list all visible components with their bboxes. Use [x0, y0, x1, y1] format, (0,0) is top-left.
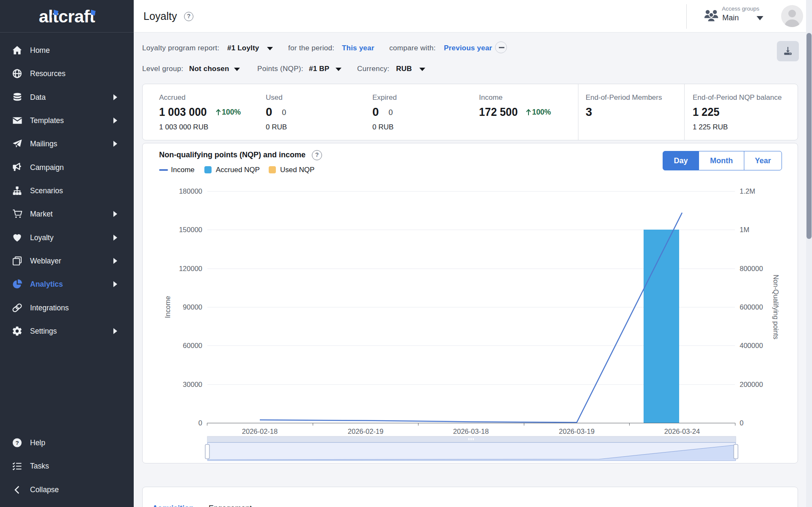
svg-text:1.2M: 1.2M	[740, 187, 755, 195]
svg-text:2026-03-18: 2026-03-18	[453, 428, 489, 435]
svg-text:400000: 400000	[740, 342, 763, 349]
svg-text:60000: 60000	[183, 342, 202, 349]
svg-text:90000: 90000	[183, 303, 202, 311]
svg-text:Non-Qualifying points: Non-Qualifying points	[772, 275, 779, 340]
svg-text:1M: 1M	[740, 226, 749, 233]
svg-text:30000: 30000	[183, 381, 202, 388]
svg-text:800000: 800000	[740, 265, 763, 272]
svg-text:2026-03-19: 2026-03-19	[559, 428, 595, 435]
svg-text:2026-02-18: 2026-02-18	[242, 428, 278, 435]
svg-text:Income: Income	[164, 296, 171, 318]
svg-text:0: 0	[740, 419, 743, 427]
svg-text:180000: 180000	[179, 187, 202, 195]
svg-text:0: 0	[198, 419, 202, 427]
svg-text:?: ?	[15, 440, 19, 446]
svg-text:2026-02-19: 2026-02-19	[348, 428, 383, 435]
svg-text:200000: 200000	[740, 381, 763, 388]
svg-text:2026-03-24: 2026-03-24	[664, 428, 700, 435]
svg-text:120000: 120000	[179, 265, 202, 272]
svg-text:150000: 150000	[179, 226, 202, 233]
svg-text:600000: 600000	[740, 303, 763, 311]
